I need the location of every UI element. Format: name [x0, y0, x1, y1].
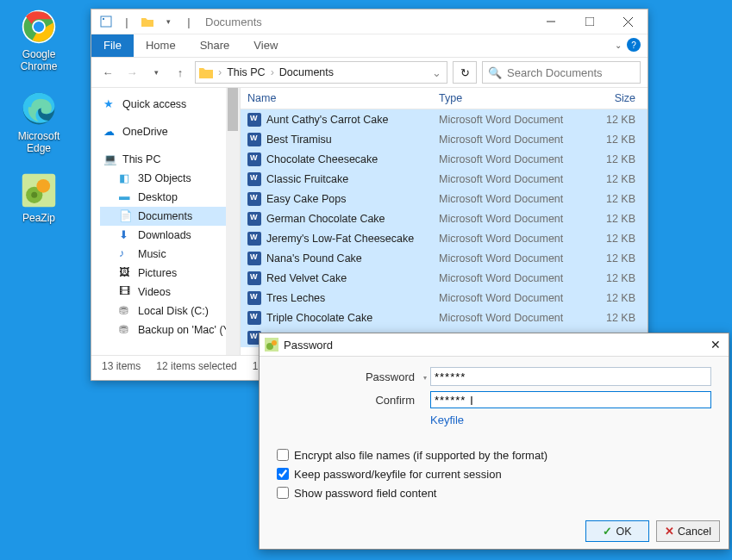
checkbox[interactable] [277, 487, 289, 499]
nav-local-disk[interactable]: ⛃Local Disk (C:) [100, 302, 240, 320]
file-size: 12 KB [585, 173, 648, 185]
file-name: Easy Cake Pops [266, 193, 439, 205]
svg-rect-9 [101, 16, 111, 27]
file-type: Microsoft Word Document [439, 233, 585, 245]
close-button[interactable]: ✕ [708, 337, 723, 352]
properties-icon[interactable] [97, 12, 116, 31]
file-name: Tres Leches [266, 292, 439, 304]
file-list-pane: Name Type Size Aunt Cathy's Carrot CakeM… [241, 88, 648, 355]
tab-share[interactable]: Share [188, 34, 242, 57]
col-name[interactable]: Name [241, 92, 439, 104]
check-icon: ✓ [603, 525, 612, 538]
keyfile-link[interactable]: Keyfile [430, 414, 464, 426]
file-name: Classic Fruitcake [266, 173, 439, 185]
nav-downloads[interactable]: ⬇Downloads [100, 226, 240, 245]
desktop-icon-edge[interactable]: Microsoft Edge [9, 90, 69, 154]
svg-point-8 [31, 192, 37, 198]
file-row[interactable]: Tres LechesMicrosoft Word Document12 KB [241, 288, 648, 308]
forward-button[interactable]: → [122, 63, 141, 82]
file-row[interactable]: Triple Chocolate CakeMicrosoft Word Docu… [241, 308, 648, 327]
up-button[interactable]: ↑ [171, 63, 190, 82]
pictures-icon: 🖼 [119, 266, 133, 280]
refresh-button[interactable]: ↻ [453, 61, 477, 84]
minimize-button[interactable] [531, 9, 570, 34]
file-name: Chocolate Cheesecake [266, 153, 439, 165]
file-row[interactable]: Aunt Cathy's Carrot CakeMicrosoft Word D… [241, 109, 648, 129]
nav-videos[interactable]: 🎞Videos [100, 283, 240, 302]
svg-rect-10 [103, 18, 104, 20]
desktop-icon-chrome[interactable]: Google Chrome [9, 9, 69, 72]
search-input[interactable]: 🔍 Search Documents [482, 61, 641, 84]
help-icon[interactable]: ? [627, 38, 641, 52]
qat-dropdown-icon[interactable]: ▾ [159, 12, 178, 31]
nav-desktop[interactable]: ▬Desktop [100, 188, 240, 207]
dropdown-icon[interactable]: ▾ [423, 374, 427, 382]
file-row[interactable]: Jeremy's Low-Fat CheesecakeMicrosoft Wor… [241, 228, 648, 248]
file-row[interactable]: Red Velvet CakeMicrosoft Word Document12… [241, 268, 648, 288]
file-row[interactable]: Chocolate CheesecakeMicrosoft Word Docum… [241, 149, 648, 169]
tab-home[interactable]: Home [134, 34, 188, 57]
cancel-button[interactable]: ✕Cancel [656, 520, 720, 542]
nav-onedrive[interactable]: ☁OneDrive [100, 122, 240, 141]
file-name: Aunt Cathy's Carrot Cake [266, 114, 439, 126]
nav-3d-objects[interactable]: ◧3D Objects [100, 169, 240, 188]
breadcrumb-segment[interactable]: Documents [279, 66, 334, 78]
file-row[interactable]: German Chocolate CakeMicrosoft Word Docu… [241, 208, 648, 228]
checkbox[interactable] [277, 449, 289, 461]
scrollbar-thumb[interactable] [228, 88, 238, 131]
quick-access-toolbar: | ▾ | [97, 12, 198, 31]
word-doc-icon [247, 152, 261, 166]
password-input[interactable] [430, 367, 711, 386]
chk-show-password[interactable]: Show password field content [277, 483, 729, 502]
nav-backup-drive[interactable]: ⛃Backup on 'Mac' (Y:) [100, 320, 240, 339]
breadcrumb-segment[interactable]: This PC [227, 66, 265, 78]
nav-pictures[interactable]: 🖼Pictures [100, 264, 240, 283]
file-type: Microsoft Word Document [439, 114, 585, 126]
ok-button[interactable]: ✓OK [585, 520, 649, 542]
file-type: Microsoft Word Document [439, 312, 585, 324]
peazip-icon [21, 172, 57, 208]
tab-file[interactable]: File [91, 34, 134, 57]
chevron-right-icon[interactable]: › [269, 66, 276, 78]
divider: | [117, 12, 136, 31]
folder-icon[interactable] [138, 12, 157, 31]
chk-encrypt-names[interactable]: Encrypt also file names (if supported by… [277, 445, 729, 464]
ribbon-expand-icon[interactable]: ⌄ [615, 40, 622, 50]
recent-dropdown-icon[interactable]: ▾ [147, 63, 166, 82]
chk-keep-session[interactable]: Keep password/keyfile for current sessio… [277, 464, 729, 483]
dialog-titlebar[interactable]: Password ✕ [260, 333, 729, 357]
back-button[interactable]: ← [98, 63, 117, 82]
chevron-right-icon[interactable]: › [216, 66, 223, 78]
titlebar[interactable]: | ▾ | Documents [91, 9, 648, 34]
drive-icon: ⛃ [119, 323, 133, 337]
col-size[interactable]: Size [585, 92, 648, 104]
address-dropdown-icon[interactable]: ⌄ [432, 66, 441, 79]
file-size: 12 KB [585, 213, 648, 225]
file-name: Red Velvet Cake [266, 272, 439, 284]
checkbox[interactable] [277, 468, 289, 480]
file-row[interactable]: Best TiramisuMicrosoft Word Document12 K… [241, 129, 648, 149]
maximize-button[interactable] [570, 9, 609, 34]
desktop-icon-peazip[interactable]: PeaZip [9, 172, 69, 224]
word-doc-icon [247, 271, 261, 285]
col-type[interactable]: Type [439, 92, 585, 104]
nav-music[interactable]: ♪Music [100, 245, 240, 264]
nav-this-pc[interactable]: 💻This PC [100, 150, 240, 169]
password-dialog: Password ✕ Password▾ Confirm I Keyfile E… [259, 333, 729, 550]
close-button[interactable] [609, 9, 648, 34]
tab-view[interactable]: View [241, 34, 290, 57]
address-bar[interactable]: › This PC › Documents ⌄ [195, 61, 447, 84]
file-row[interactable]: Easy Cake PopsMicrosoft Word Document12 … [241, 189, 648, 208]
file-row[interactable]: Nana's Pound CakeMicrosoft Word Document… [241, 248, 648, 268]
nav-quick-access[interactable]: ★Quick access [100, 95, 240, 114]
file-type: Microsoft Word Document [439, 252, 585, 264]
file-row[interactable]: Classic FruitcakeMicrosoft Word Document… [241, 169, 648, 189]
word-doc-icon [247, 252, 261, 265]
word-doc-icon [247, 113, 261, 127]
drive-icon: ⛃ [119, 304, 133, 318]
nav-row: ← → ▾ ↑ › This PC › Documents ⌄ ↻ 🔍 Sear… [91, 58, 648, 88]
dialog-title: Password [284, 339, 333, 352]
nav-scrollbar[interactable] [226, 88, 240, 355]
nav-documents[interactable]: 📄Documents [100, 207, 240, 226]
file-size: 12 KB [585, 114, 648, 126]
